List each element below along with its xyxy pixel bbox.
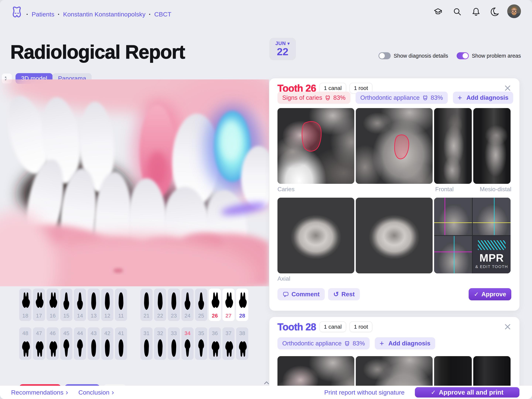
comment-label: Comment [291,291,320,298]
toggle-show-problem-areas[interactable] [457,52,469,59]
breadcrumb-patients[interactable]: Patients [32,11,54,18]
notifications-bell-icon[interactable] [471,7,481,17]
tooth-icon [237,291,247,311]
tooth-cell-21[interactable]: 21 [140,289,152,321]
cbct-slice-caries-2[interactable] [356,108,433,184]
tooth-icon [116,291,126,311]
tooth-cell-11[interactable]: 11 [115,289,127,321]
ai-cat-icon [422,95,428,101]
tooth-cell-33[interactable]: 33 [168,327,180,360]
app-logo-icon[interactable] [11,6,23,18]
tooth-cell-37[interactable]: 37 [222,327,234,360]
tooth-icon [20,291,30,311]
view-toggles: Show diagnosis details Show problem area… [379,50,521,61]
mpr-view-top-left[interactable] [434,198,472,235]
mpr-edit-tooth-button[interactable]: MPR & EDIT TOOTH [473,236,511,273]
close-icon[interactable] [504,84,511,92]
comment-button[interactable]: Comment [278,288,325,300]
print-without-signature-link[interactable]: Print report without signature [324,389,405,396]
cbct-slice-caries-1[interactable] [278,108,354,184]
mpr-view-top-right[interactable] [473,198,511,235]
tooth-number: 48 [22,330,28,336]
tooth-number: 16 [50,313,56,319]
tooth-cell-32[interactable]: 32 [154,327,166,360]
recommendations-link[interactable]: Recommendations › [11,389,68,396]
dark-mode-moon-icon[interactable] [489,7,500,17]
cbct-slice-frontal[interactable] [434,108,472,184]
toggle-show-diagnosis-details[interactable] [379,52,391,59]
mpr-view-bottom-left[interactable] [434,236,472,273]
tooth-number: 46 [50,330,56,336]
search-icon[interactable] [452,7,462,17]
tooth-cell-48[interactable]: 48 [19,327,32,360]
chart-collapse-chevron-icon[interactable] [264,381,269,385]
tooth-cell-26[interactable]: 26 [209,289,221,321]
tooth-cell-28[interactable]: 28 [236,289,248,321]
tooth-number: 11 [118,313,124,319]
tooth-cell-31[interactable]: 31 [140,327,152,360]
tooth-cell-36[interactable]: 36 [209,327,221,360]
tooth-cell-18[interactable]: 18 [19,289,32,321]
tooth-cell-42[interactable]: 42 [101,327,114,360]
breadcrumb-patient-name[interactable]: Konstantin Konstantinopolsky [63,11,146,18]
report-date-selector[interactable]: JUN ▼ 22 [269,38,296,60]
mpr-title: MPR [480,253,504,263]
tooth-cell-43[interactable]: 43 [88,327,100,360]
tooth-icon [102,291,112,311]
tooth-28-canal-chip: 1 canal [319,321,346,332]
breadcrumb-dot: · [58,11,60,18]
tooth-cell-13[interactable]: 13 [88,289,100,321]
tooth-cell-35[interactable]: 35 [195,327,207,360]
education-icon[interactable] [433,7,443,17]
tooth-icon [34,291,44,311]
rest-button[interactable]: ↺ Rest [328,288,360,300]
tooth-number: 25 [198,313,204,319]
mpr-subtitle: & EDIT TOOTH [475,264,508,269]
tooth-cell-22[interactable]: 22 [154,289,166,321]
tooth-cell-44[interactable]: 44 [74,327,86,360]
tooth-cell-46[interactable]: 46 [47,327,59,360]
tooth-cell-45[interactable]: 45 [60,327,72,360]
breadcrumb-cbct[interactable]: CBCT [154,11,171,18]
chevron-right-icon: › [112,389,114,396]
approve-button[interactable]: ✓ Approve [469,288,511,300]
tooth-cell-14[interactable]: 14 [74,289,86,321]
tooth-cell-12[interactable]: 12 [101,289,114,321]
close-icon[interactable] [504,323,511,330]
diagnosis-chip-orthodontic[interactable]: Orthodontic appliance 83% [356,92,448,104]
add-diagnosis-button-28[interactable]: + Add diagnosis [375,337,435,349]
tooth-cell-41[interactable]: 41 [115,327,127,360]
diagnosis-chip-orthodontic-28[interactable]: Orthodontic appliance 83% [278,337,370,349]
mpr-panel[interactable]: MPR & EDIT TOOTH [434,198,511,273]
user-avatar[interactable] [507,4,521,18]
tooth-number: 33 [171,330,177,336]
tooth-cell-24[interactable]: 24 [181,289,194,321]
tooth-28-title: Tooth 28 [278,321,316,332]
diagnosis-chip-caries[interactable]: Signs of caries 83% [278,92,350,104]
recommendations-label: Recommendations [11,389,63,396]
conclusion-link[interactable]: Conclusion › [78,389,114,396]
tooth-cell-47[interactable]: 47 [33,327,45,360]
tooth-icon [62,291,71,311]
tooth-cell-23[interactable]: 23 [168,289,180,321]
add-diagnosis-button[interactable]: + Add diagnosis [453,92,513,104]
approve-all-and-print-button[interactable]: ✓ Approve all and print [415,387,519,398]
cbct-slice-axial-1[interactable] [278,198,354,273]
tooth-number: 13 [91,313,97,319]
cbct-slice-axial-2[interactable] [356,198,433,273]
tooth-cell-34[interactable]: 34 [181,327,194,360]
tooth-cell-25[interactable]: 25 [195,289,207,321]
tooth-icon [183,291,192,311]
tooth-cell-17[interactable]: 17 [33,289,45,321]
tooth-cell-27[interactable]: 27 [222,289,234,321]
tooth-cell-15[interactable]: 15 [60,289,72,321]
tooth-number: 45 [63,330,69,336]
tooth-number: 38 [239,330,245,336]
3d-jaw-model[interactable] [0,79,269,286]
cbct-slice-mesio-distal[interactable] [473,108,511,184]
tooth-cell-16[interactable]: 16 [47,289,59,321]
tooth-icon [34,338,44,358]
ai-cat-icon [344,341,350,346]
tooth-icon [142,291,151,311]
tooth-cell-38[interactable]: 38 [236,327,248,360]
